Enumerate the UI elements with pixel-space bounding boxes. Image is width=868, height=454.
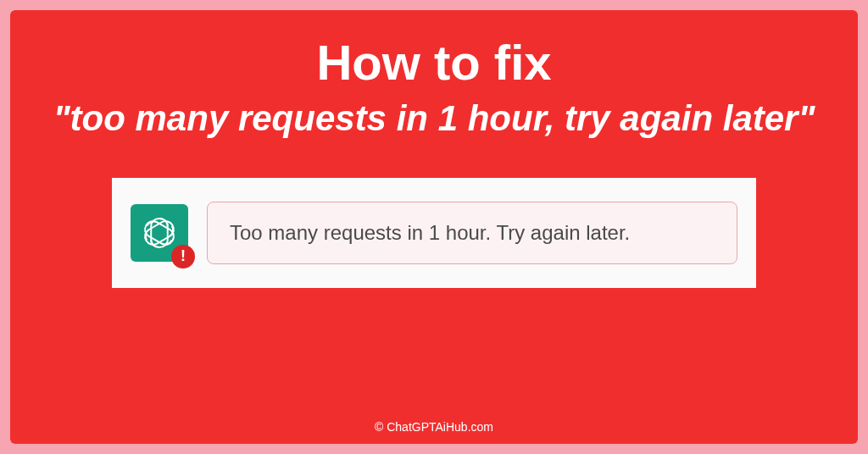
page-title: How to fix: [316, 34, 551, 91]
page-subtitle: "too many requests in 1 hour, try again …: [19, 96, 849, 142]
alert-badge-icon: !: [171, 245, 195, 269]
outer-frame: How to fix "too many requests in 1 hour,…: [0, 0, 868, 454]
logo-wrapper: !: [131, 204, 188, 262]
inner-panel: How to fix "too many requests in 1 hour,…: [10, 10, 858, 444]
error-card: ! Too many requests in 1 hour. Try again…: [112, 178, 756, 288]
error-message-text: Too many requests in 1 hour. Try again l…: [230, 221, 630, 244]
footer-credit: © ChatGPTAiHub.com: [10, 420, 858, 434]
error-message-bubble: Too many requests in 1 hour. Try again l…: [207, 202, 737, 264]
alert-badge-symbol: !: [181, 247, 186, 265]
